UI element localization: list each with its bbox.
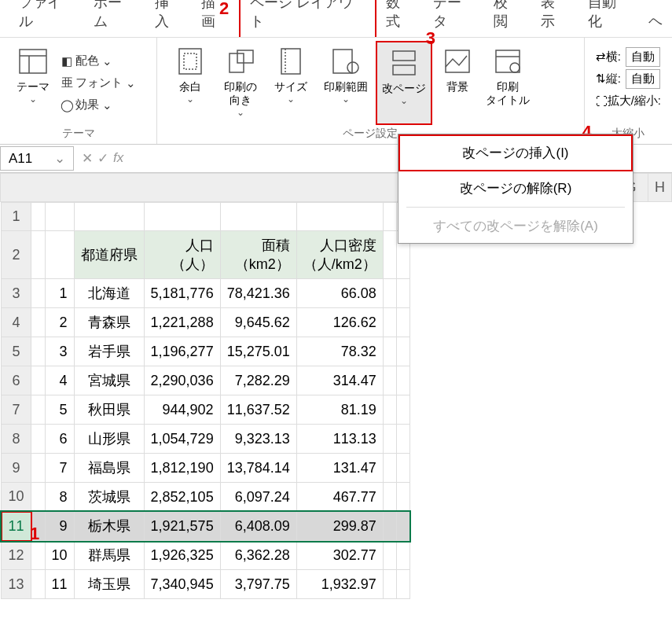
- cell-density[interactable]: 299.87: [296, 512, 383, 541]
- cell-pop[interactable]: 1,926,325: [144, 541, 220, 570]
- cell-index[interactable]: 10: [45, 541, 74, 570]
- cell[interactable]: [396, 512, 409, 541]
- cell-pop[interactable]: 2,290,036: [144, 366, 220, 395]
- table-row[interactable]: 1311埼玉県7,340,9453,797.751,932.97: [2, 570, 410, 599]
- table-row[interactable]: 119栃木県1,921,5756,408.09299.87: [2, 512, 410, 541]
- col-H[interactable]: H: [648, 174, 672, 202]
- table-row[interactable]: 97福島県1,812,19013,784.14131.47: [2, 454, 410, 483]
- tab-page-layout[interactable]: ページ レイアウト: [239, 0, 376, 37]
- cell-density[interactable]: 1,932.97: [296, 570, 383, 599]
- cell[interactable]: [396, 454, 409, 483]
- table-row[interactable]: 31北海道5,181,77678,421.3666.08: [2, 279, 410, 308]
- cell-index[interactable]: 3: [45, 337, 74, 366]
- table-row[interactable]: 108茨城県2,852,1056,097.24467.77: [2, 483, 410, 512]
- cell[interactable]: [383, 279, 396, 308]
- cell[interactable]: [31, 395, 46, 425]
- cell[interactable]: [31, 483, 46, 512]
- tab-home[interactable]: ホーム: [84, 0, 145, 37]
- cell-density[interactable]: 113.13: [296, 425, 383, 454]
- cell[interactable]: [383, 337, 396, 366]
- row-header[interactable]: 9: [2, 454, 31, 483]
- header-pop[interactable]: 人口 （人）: [144, 231, 220, 279]
- cell-area[interactable]: [220, 203, 296, 231]
- cell[interactable]: [383, 425, 396, 454]
- print-area-button[interactable]: 印刷範囲⌄: [316, 41, 376, 125]
- size-button[interactable]: サイズ⌄: [266, 41, 316, 125]
- cell-area[interactable]: 9,323.13: [220, 425, 296, 454]
- row-header[interactable]: 5: [2, 337, 31, 366]
- cell[interactable]: [31, 203, 46, 231]
- cell-density[interactable]: 467.77: [296, 483, 383, 512]
- cell-pop[interactable]: 944,902: [144, 395, 220, 425]
- cell-density[interactable]: 302.77: [296, 541, 383, 570]
- row-header[interactable]: 2: [2, 231, 31, 279]
- select-all-corner[interactable]: [1, 174, 410, 202]
- header-density[interactable]: 人口密度 （人/km2）: [296, 231, 383, 279]
- cell-area[interactable]: 11,637.52: [220, 395, 296, 425]
- cell-area[interactable]: 6,362.28: [220, 541, 296, 570]
- table-row[interactable]: 1210群馬県1,926,3256,362.28302.77: [2, 541, 410, 570]
- tab-help[interactable]: ヘ: [639, 4, 672, 37]
- table-row[interactable]: 53岩手県1,196,27715,275.0178.32: [2, 337, 410, 366]
- cell-area[interactable]: 9,645.62: [220, 308, 296, 337]
- cell-density[interactable]: 131.47: [296, 454, 383, 483]
- table-row[interactable]: 64宮城県2,290,0367,282.29314.47: [2, 366, 410, 395]
- cell-pref[interactable]: 秋田県: [74, 395, 144, 425]
- cell[interactable]: [383, 570, 396, 599]
- height-control[interactable]: ⇅縦:自動: [596, 68, 661, 90]
- cell-pref[interactable]: 群馬県: [74, 541, 144, 570]
- row-header[interactable]: 12: [2, 541, 31, 570]
- colors-button[interactable]: ◧配色 ⌄: [58, 50, 136, 72]
- cell[interactable]: [396, 541, 409, 570]
- cell-density[interactable]: 314.47: [296, 366, 383, 395]
- cell-pref[interactable]: 岩手県: [74, 337, 144, 366]
- cell-density[interactable]: 66.08: [296, 279, 383, 308]
- cell-pop[interactable]: 2,852,105: [144, 483, 220, 512]
- table-row[interactable]: 75秋田県944,90211,637.5281.19: [2, 395, 410, 425]
- row-header[interactable]: 7: [2, 395, 31, 425]
- cell-pref[interactable]: 茨城県: [74, 483, 144, 512]
- cell-pop[interactable]: 1,196,277: [144, 337, 220, 366]
- cell[interactable]: [31, 425, 46, 454]
- cell-pref[interactable]: 宮城県: [74, 366, 144, 395]
- table-row[interactable]: 86山形県1,054,7299,323.13113.13: [2, 425, 410, 454]
- cell[interactable]: [396, 483, 409, 512]
- chevron-down-icon[interactable]: ⌄: [54, 150, 65, 167]
- enter-icon[interactable]: ✓: [97, 150, 108, 167]
- table-row[interactable]: 2都道府県人口 （人）面積 （km2）人口密度 （人/km2）: [2, 231, 410, 279]
- cell-pop[interactable]: 1,221,288: [144, 308, 220, 337]
- cell[interactable]: [31, 541, 46, 570]
- cell-pop[interactable]: 1,921,575: [144, 512, 220, 541]
- themes-button[interactable]: テーマ ⌄: [8, 41, 58, 125]
- tab-draw[interactable]: 描画: [192, 0, 239, 37]
- cell[interactable]: [383, 231, 396, 279]
- cell-pref[interactable]: 埼玉県: [74, 570, 144, 599]
- cell-index[interactable]: 1: [45, 279, 74, 308]
- tab-view[interactable]: 表示: [531, 0, 578, 37]
- cell[interactable]: [383, 483, 396, 512]
- cell[interactable]: [396, 308, 409, 337]
- cell[interactable]: [396, 570, 409, 599]
- header-area[interactable]: 面積 （km2）: [220, 231, 296, 279]
- cell-index[interactable]: 2: [45, 308, 74, 337]
- cell[interactable]: [31, 337, 46, 366]
- cell[interactable]: [31, 308, 46, 337]
- cell[interactable]: [31, 454, 46, 483]
- insert-page-break-item[interactable]: 改ページの挿入(I): [398, 134, 633, 171]
- tab-file[interactable]: ファイル: [9, 0, 84, 37]
- height-value[interactable]: 自動: [626, 69, 660, 89]
- cell[interactable]: [31, 231, 46, 279]
- remove-page-break-item[interactable]: 改ページの解除(R): [398, 171, 633, 205]
- cell-density[interactable]: 81.19: [296, 395, 383, 425]
- row-header[interactable]: 13: [2, 570, 31, 599]
- cell[interactable]: [396, 395, 409, 425]
- cell-area[interactable]: 6,408.09: [220, 512, 296, 541]
- row-header[interactable]: 8: [2, 425, 31, 454]
- cell-index[interactable]: 8: [45, 483, 74, 512]
- cell[interactable]: [31, 279, 46, 308]
- cell-area[interactable]: 7,282.29: [220, 366, 296, 395]
- cell[interactable]: [383, 541, 396, 570]
- cell-area[interactable]: 6,097.24: [220, 483, 296, 512]
- background-button[interactable]: 背景: [432, 41, 483, 125]
- cell-pop[interactable]: [144, 203, 220, 231]
